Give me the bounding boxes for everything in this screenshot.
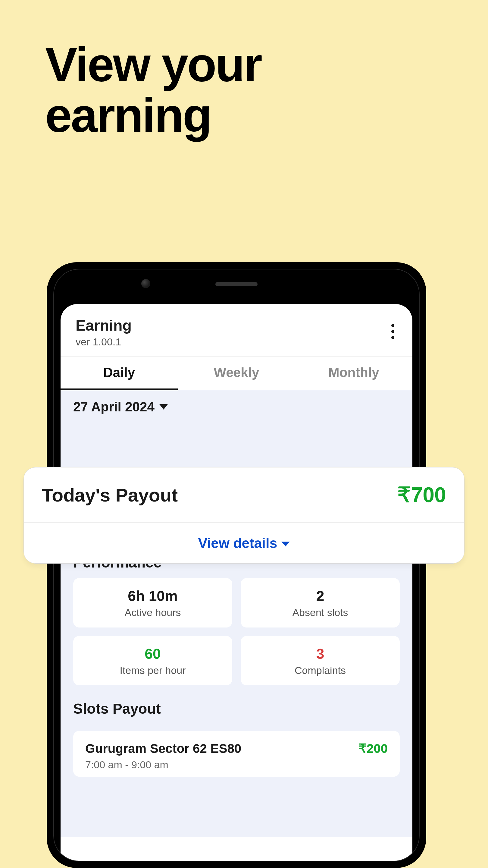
more-menu-icon[interactable] [388, 321, 397, 341]
phone-camera-icon [141, 279, 150, 288]
stat-items-per-hour: 60 Items per hour [73, 636, 232, 685]
stat-label: Items per hour [76, 664, 229, 676]
stat-active-hours: 6h 10m Active hours [73, 578, 232, 627]
date-selector-label: 27 April 2024 [73, 399, 155, 414]
stat-label: Complaints [244, 664, 397, 676]
stat-value: 60 [76, 646, 229, 662]
performance-grid: 6h 10m Active hours 2 Absent slots 60 It… [61, 578, 412, 701]
stat-absent-slots: 2 Absent slots [241, 578, 400, 627]
view-details-link[interactable]: View details [198, 535, 290, 551]
caret-down-icon [281, 541, 290, 547]
tab-weekly[interactable]: Weekly [178, 356, 295, 390]
stat-value: 3 [244, 646, 397, 662]
date-selector[interactable]: 27 April 2024 [61, 390, 412, 423]
period-tabs: Daily Weekly Monthly [61, 356, 412, 390]
stat-label: Absent slots [244, 607, 397, 618]
tab-daily[interactable]: Daily [61, 356, 178, 390]
slot-amount: ₹200 [358, 741, 388, 756]
slots-payout-title: Slots Payout [61, 701, 412, 724]
screen-body: 27 April 2024 Performance 6h 10m Active … [61, 390, 412, 837]
phone-speaker [216, 282, 258, 286]
slot-card[interactable]: Gurugram Sector 62 ES80 ₹200 7:00 am - 9… [73, 731, 400, 777]
payout-label: Today's Payout [42, 484, 178, 506]
payout-details-row: View details [24, 523, 464, 563]
app-version: ver 1.00.1 [76, 336, 132, 348]
stat-value: 6h 10m [76, 588, 229, 604]
phone-frame-inner: Earning ver 1.00.1 Daily Weekly Monthly … [53, 269, 420, 861]
page-heading: View your earning [45, 39, 261, 141]
tab-monthly[interactable]: Monthly [295, 356, 412, 390]
payout-card: Today's Payout ₹700 View details [24, 467, 464, 564]
view-details-label: View details [198, 535, 278, 551]
slot-location: Gurugram Sector 62 ES80 [85, 741, 241, 756]
phone-frame: Earning ver 1.00.1 Daily Weekly Monthly … [47, 262, 426, 868]
slot-time: 7:00 am - 9:00 am [85, 759, 388, 771]
payout-amount: ₹700 [397, 483, 446, 507]
app-screen: Earning ver 1.00.1 Daily Weekly Monthly … [61, 304, 412, 861]
app-header: Earning ver 1.00.1 [61, 304, 412, 356]
payout-summary: Today's Payout ₹700 [24, 467, 464, 523]
stat-value: 2 [244, 588, 397, 604]
stat-label: Active hours [76, 607, 229, 618]
caret-down-icon [159, 404, 168, 410]
app-title: Earning [76, 317, 132, 334]
stat-complaints: 3 Complaints [241, 636, 400, 685]
